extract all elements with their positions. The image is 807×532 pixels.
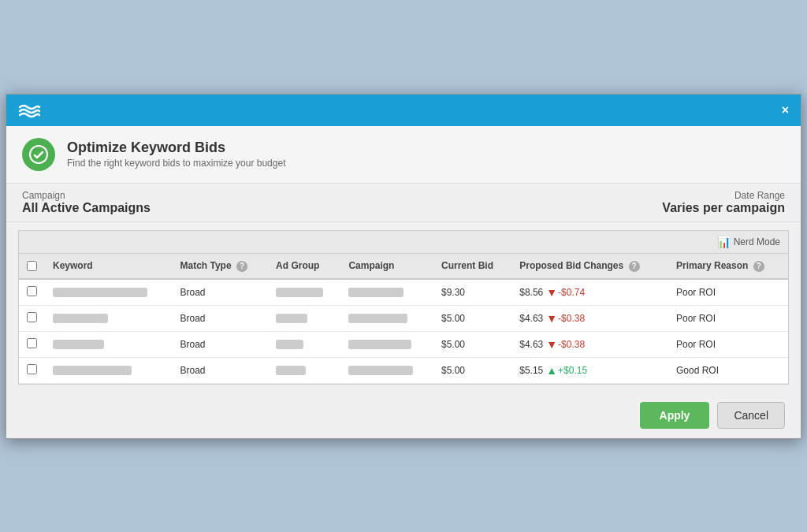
cancel-button[interactable]: Cancel [717,402,785,429]
primary-reason-cell: Poor ROI [668,279,788,306]
table-row: Broad$5.00$5.15▲+$0.15Good ROI [19,357,788,383]
table-row: Broad$5.00$4.63▼-$0.38Poor ROI [19,331,788,357]
table-toolbar: 📊 Nerd Mode [19,231,788,254]
header-match-type: Match Type ? [172,254,268,279]
campaign-cell [340,279,433,306]
change-amount: +$0.15 [558,365,587,376]
modal-subtitle: Find the right keyword bids to maximize … [67,158,285,169]
date-range-label: Date Range [662,190,785,201]
keyword-cell [45,279,172,306]
table-header-row: Keyword Match Type ? Ad Group Campaign C… [19,254,788,279]
table-row: Broad$5.00$4.63▼-$0.38Poor ROI [19,305,788,331]
down-arrow-icon: ▼ [546,338,557,351]
bid-amount: $4.63 [519,313,543,324]
campaign-cell [340,331,433,357]
bid-amount: $5.15 [519,365,543,376]
proposed-bid-help-icon[interactable]: ? [629,261,640,272]
match-type-cell: Broad [172,279,268,306]
row-checkbox[interactable] [27,364,37,374]
keyword-cell [45,357,172,383]
up-arrow-icon: ▲ [546,364,557,377]
modal-header: × [6,95,801,126]
bid-increase: ▲+$0.15 [546,364,587,377]
proposed-bid-cell: $5.15▲+$0.15 [511,357,668,383]
select-all-checkbox[interactable] [27,261,37,271]
header-current-bid: Current Bid [433,254,511,279]
table-row: Broad$9.30$8.56▼-$0.74Poor ROI [19,279,788,306]
proposed-bid-cell: $4.63▼-$0.38 [511,305,668,331]
current-bid-cell: $5.00 [433,357,511,383]
bid-amount: $4.63 [519,339,543,350]
nerd-mode-button[interactable]: 📊 Nerd Mode [717,236,780,248]
title-section: Optimize Keyword Bids Find the right key… [6,126,801,184]
proposed-bid-cell: $4.63▼-$0.38 [511,331,668,357]
chart-icon: 📊 [717,236,731,248]
change-amount: -$0.38 [558,339,585,350]
ad-group-cell [268,279,340,306]
row-checkbox[interactable] [27,312,37,322]
ad-group-cell [268,357,340,383]
modal-overlay: × Optimize Keyword Bids Find the right k… [0,0,807,532]
current-bid-cell: $5.00 [433,331,511,357]
bid-amount: $8.56 [519,287,543,298]
header-checkbox-col [19,254,45,279]
keyword-cell [45,305,172,331]
match-type-cell: Broad [172,357,268,383]
campaign-label: Campaign [22,190,151,201]
ad-group-cell [268,305,340,331]
svg-point-0 [30,146,47,163]
row-checkbox[interactable] [27,286,37,296]
apply-button[interactable]: Apply [640,402,710,429]
checkmark-icon [29,145,48,164]
close-button[interactable]: × [782,104,789,117]
current-bid-cell: $9.30 [433,279,511,306]
header-primary-reason: Primary Reason ? [668,254,788,279]
table-container: 📊 Nerd Mode Keyword Match Type ? Ad G [18,230,789,385]
current-bid-cell: $5.00 [433,305,511,331]
bid-decrease: ▼-$0.38 [546,312,585,325]
keywords-table: Keyword Match Type ? Ad Group Campaign C… [19,254,788,384]
match-type-cell: Broad [172,331,268,357]
nerd-mode-label: Nerd Mode [734,236,780,247]
logo-icon [18,102,40,118]
down-arrow-icon: ▼ [546,312,557,325]
header-proposed-bid: Proposed Bid Changes ? [511,254,668,279]
change-amount: -$0.38 [558,313,585,324]
primary-reason-help-icon[interactable]: ? [753,261,764,272]
primary-reason-cell: Poor ROI [668,331,788,357]
down-arrow-icon: ▼ [546,286,557,299]
change-amount: -$0.74 [558,287,585,298]
proposed-bid-cell: $8.56▼-$0.74 [511,279,668,306]
match-type-cell: Broad [172,305,268,331]
primary-reason-cell: Poor ROI [668,305,788,331]
modal-footer: Apply Cancel [6,392,801,438]
date-range-section: Date Range Varies per campaign [662,190,785,215]
bid-decrease: ▼-$0.38 [546,338,585,351]
campaign-bar: Campaign All Active Campaigns Date Range… [6,184,801,222]
header-ad-group: Ad Group [268,254,340,279]
ad-group-cell [268,331,340,357]
primary-reason-cell: Good ROI [668,357,788,383]
campaign-section: Campaign All Active Campaigns [22,190,151,215]
table-body: Broad$9.30$8.56▼-$0.74Poor ROIBroad$5.00… [19,279,788,384]
row-checkbox[interactable] [27,338,37,348]
keyword-cell [45,331,172,357]
campaign-cell [340,305,433,331]
match-type-help-icon[interactable]: ? [236,261,247,272]
title-text-container: Optimize Keyword Bids Find the right key… [67,140,285,169]
campaign-cell [340,357,433,383]
header-keyword: Keyword [45,254,172,279]
modal-dialog: × Optimize Keyword Bids Find the right k… [6,94,801,439]
bid-decrease: ▼-$0.74 [546,286,585,299]
optimize-icon [22,138,55,171]
campaign-value: All Active Campaigns [22,201,151,215]
date-range-value: Varies per campaign [662,201,785,215]
header-campaign: Campaign [340,254,433,279]
modal-title: Optimize Keyword Bids [67,140,285,156]
